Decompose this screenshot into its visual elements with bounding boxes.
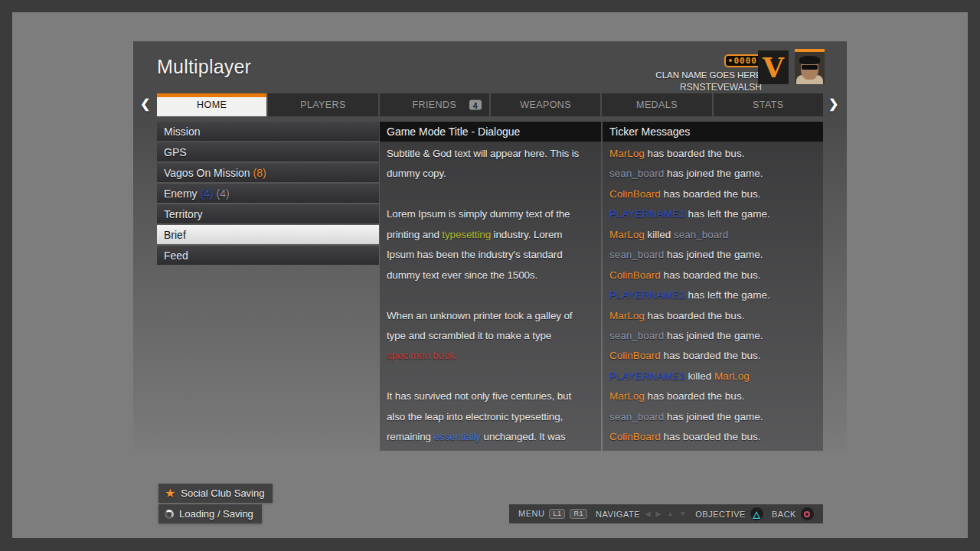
- dialogue-line: dummy copy.: [387, 164, 594, 184]
- dialogue-line: Subtitle & God text will appear here. Th…: [387, 144, 594, 164]
- tab-bar: HOMEPLAYERSFRIENDS4WEAPONSMEDALSSTATS: [157, 93, 823, 116]
- chevron-right-icon[interactable]: ❯: [828, 96, 838, 111]
- social-club-saving-label: Social Club Saving: [181, 487, 264, 499]
- tab-friends[interactable]: FRIENDS4: [380, 93, 489, 116]
- ticker-message: MarLog has boarded the bus.: [603, 306, 823, 326]
- dpad-up-icon: ▲: [666, 510, 674, 518]
- ticker-message: ColinBoard has boarded the bus.: [603, 346, 823, 366]
- tab-label: WEAPONS: [520, 99, 571, 110]
- ticker-panel: Ticker Messages MarLog has boarded the b…: [603, 122, 823, 451]
- chevron-left-icon[interactable]: ❮: [140, 96, 150, 111]
- ticker-message: sean_board has joined the game.: [603, 164, 823, 184]
- cash-value: 0000: [734, 57, 758, 65]
- ticker-message: ColinBoard has boarded the bus.: [603, 184, 823, 204]
- menu-item-vagos-on-mission[interactable]: Vagos On Mission (8): [157, 163, 379, 182]
- menu-item-territory[interactable]: Territory: [157, 204, 379, 223]
- dialogue-line: Ipsum has been the industry's standard: [387, 245, 594, 265]
- objective-hint: OBJECTIVE △: [695, 507, 763, 520]
- menu-label: MENU: [518, 509, 544, 518]
- dialogue-line: also the leap into electronic typesettin…: [387, 407, 594, 427]
- spinner-icon: [165, 510, 174, 519]
- dialogue-line: printing and typesetting industry. Lorem: [387, 225, 594, 245]
- clan-name: CLAN NAME GOES HERE: [655, 70, 762, 80]
- dialogue-line: specimen book.: [387, 346, 594, 366]
- avatar-bandana: [799, 56, 820, 64]
- tab-label: FRIENDS: [412, 99, 456, 110]
- ticker-message: PLAYERNAME1 killed MarLog: [603, 367, 823, 386]
- dialogue-line: [387, 367, 594, 386]
- triangle-button-icon: △: [750, 507, 763, 520]
- screen: Multiplayer 0000 CLAN NAME GOES HERE RSN…: [0, 0, 980, 551]
- ticker-message: PLAYERNAME1 has left the game.: [603, 285, 823, 305]
- dpad-right-icon: ▶: [655, 510, 662, 518]
- l1-key-icon: L1: [549, 509, 565, 520]
- tab-players[interactable]: PLAYERS: [268, 93, 377, 116]
- navigate-label: NAVIGATE: [596, 510, 640, 519]
- navigate-hint: NAVIGATE ◀ ▶ ▲ ▼: [596, 510, 687, 519]
- dialogue-line: It has survived not only five centuries,…: [387, 386, 594, 406]
- tab-weapons[interactable]: WEAPONS: [491, 93, 600, 116]
- dialogue-line: dummy text ever since the 1500s.: [387, 266, 594, 285]
- star-icon: ★: [165, 487, 175, 500]
- tab-stats[interactable]: STATS: [714, 93, 823, 116]
- dialogue-line: When an unknown printer took a galley of: [387, 306, 594, 326]
- menu-item-brief[interactable]: Brief: [157, 225, 379, 244]
- game-logo-letter: V: [763, 54, 784, 81]
- menu-item-mission[interactable]: Mission: [157, 122, 379, 141]
- ticker-message: PLAYERNAME1 has left the game.: [603, 204, 823, 224]
- dialogue-body: Subtitle & God text will appear here. Th…: [380, 142, 601, 448]
- ticker-list: MarLog has boarded the bus.sean_board ha…: [603, 142, 823, 448]
- dpad-down-icon: ▼: [679, 510, 687, 518]
- dialogue-header: Game Mode Title - Dialogue: [380, 122, 601, 142]
- player-avatar: [795, 49, 825, 84]
- social-club-saving-badge: ★ Social Club Saving: [158, 484, 273, 503]
- r1-key-icon: R1: [570, 509, 587, 520]
- dialogue-panel: Game Mode Title - Dialogue Subtitle & Go…: [380, 122, 601, 451]
- multiplayer-panel: Multiplayer 0000 CLAN NAME GOES HERE RSN…: [133, 41, 847, 452]
- ticker-message: sean_board has joined the game.: [603, 245, 823, 265]
- menu-list: MissionGPSVagos On Mission (8)Enemy (4) …: [157, 122, 379, 266]
- dialogue-line: [387, 285, 594, 305]
- back-label: BACK: [772, 510, 796, 519]
- avatar-sunglasses: [802, 65, 818, 70]
- ticker-message: ColinBoard has boarded the bus.: [603, 427, 823, 447]
- ticker-message: ColinBoard has boarded the bus.: [603, 266, 823, 285]
- dialogue-line: [387, 184, 594, 204]
- tab-label: HOME: [197, 99, 227, 110]
- ticker-message: MarLog killed sean_board: [603, 225, 823, 245]
- game-logo: V: [758, 51, 789, 84]
- dialogue-line: remaining essentially unchanged. It was: [387, 427, 594, 447]
- dialogue-line: type and scrambled it to make a type: [387, 326, 594, 346]
- cash-dot-icon: [729, 59, 732, 62]
- menu-hint: MENU L1 R1: [518, 509, 587, 520]
- tab-label: STATS: [753, 99, 783, 110]
- circle-button-icon: [801, 507, 814, 520]
- controls-bar: MENU L1 R1 NAVIGATE ◀ ▶ ▲ ▼ OBJECTIVE △ …: [509, 504, 823, 523]
- ticker-message: MarLog has boarded the bus.: [603, 144, 823, 164]
- objective-label: OBJECTIVE: [695, 510, 746, 519]
- identity-block: 0000 CLAN NAME GOES HERE RSNSTEVEWALSH: [655, 51, 762, 93]
- tab-label: MEDALS: [636, 99, 678, 110]
- ticker-message: sean_board has joined the game.: [603, 407, 823, 427]
- dialogue-line: Lorem Ipsum is simply dummy text of the: [387, 204, 594, 224]
- ticker-message: sean_board has joined the game.: [603, 326, 823, 346]
- dpad-left-icon: ◀: [645, 510, 651, 518]
- menu-item-enemy[interactable]: Enemy (4) (4): [157, 184, 379, 203]
- cash-counter: 0000: [724, 54, 763, 67]
- tab-label: PLAYERS: [300, 99, 346, 110]
- back-hint: BACK: [772, 507, 814, 520]
- tab-badge: 4: [469, 100, 482, 110]
- loading-saving-badge: Loading / Saving: [158, 504, 262, 523]
- tab-medals[interactable]: MEDALS: [602, 93, 711, 116]
- loading-saving-label: Loading / Saving: [179, 508, 253, 520]
- ticker-message: MarLog has boarded the bus.: [603, 386, 823, 406]
- page-title: Multiplayer: [157, 56, 251, 78]
- menu-item-feed[interactable]: Feed: [157, 246, 379, 265]
- menu-item-gps[interactable]: GPS: [157, 142, 379, 161]
- ticker-header: Ticker Messages: [603, 122, 823, 142]
- player-id: RSNSTEVEWALSH: [655, 82, 762, 93]
- tab-home[interactable]: HOME: [157, 93, 266, 116]
